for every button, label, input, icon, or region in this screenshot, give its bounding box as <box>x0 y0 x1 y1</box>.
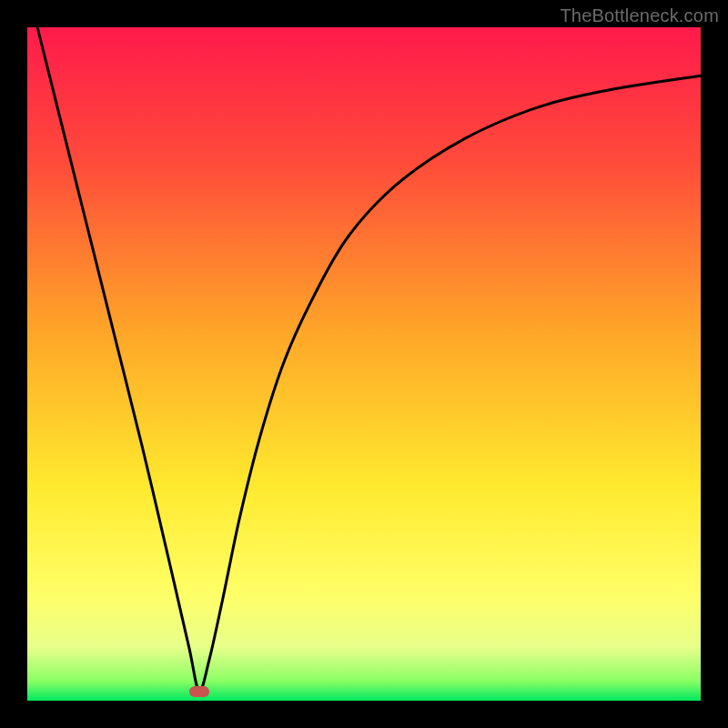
bottleneck-curve <box>37 27 701 691</box>
trough-marker <box>189 686 209 697</box>
watermark-text: TheBottleneck.com <box>560 5 719 26</box>
curve-layer <box>27 27 701 701</box>
chart-frame <box>27 27 701 701</box>
